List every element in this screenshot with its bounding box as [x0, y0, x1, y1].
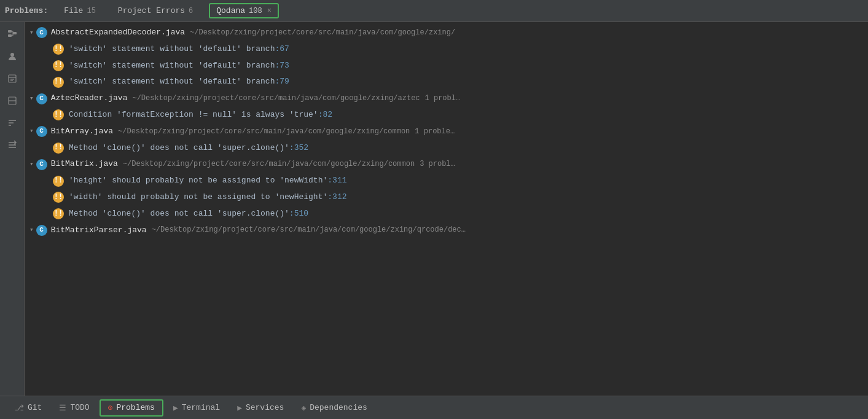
file-path: ~/Desktop/zxing/project/core/src/main/ja… — [132, 93, 420, 104]
main-area: ▾ C AbstractExpandedDecoder.java ~/Deskt… — [0, 22, 868, 396]
file-header-bit-array[interactable]: ▾ C BitArray.java ~/Desktop/zxing/projec… — [25, 123, 868, 140]
file-group-bit-array: ▾ C BitArray.java ~/Desktop/zxing/projec… — [25, 123, 868, 157]
problem-item[interactable]: !! 'height' should probably not be assig… — [25, 173, 868, 189]
tab-qodana-label: Qodana — [216, 6, 245, 15]
problem-line: :67 — [275, 43, 289, 56]
svg-rect-2 — [13, 32, 17, 34]
problem-item[interactable]: !! 'switch' statement without 'default' … — [25, 74, 868, 90]
tab-terminal-label: Terminal — [182, 403, 220, 412]
problem-text: Method 'clone()' does not call 'super.cl… — [69, 208, 289, 221]
warning-icon: !! — [53, 143, 64, 154]
problem-item[interactable]: !! Condition 'formatException != null' i… — [25, 107, 868, 123]
terminal-icon: ▶ — [173, 403, 178, 413]
problem-text: 'switch' statement without 'default' bra… — [69, 43, 275, 56]
problem-item[interactable]: !! Method 'clone()' does not call 'super… — [25, 206, 868, 222]
chevron-icon: ▾ — [29, 28, 34, 39]
problem-count: 3 probl… — [420, 159, 455, 170]
file-header-bit-matrix-parser[interactable]: ▾ C BitMatrixParser.java ~/Desktop/zxing… — [25, 222, 868, 239]
file-name: AbstractExpandedDecoder.java — [51, 26, 185, 39]
tab-qodana-close[interactable]: × — [267, 7, 272, 15]
file-path: ~/Desktop/zxing/project/core/src/main/ja… — [190, 27, 455, 39]
svg-point-6 — [10, 53, 14, 57]
problem-count: 1 probl… — [425, 93, 461, 104]
problem-item[interactable]: !! 'switch' statement without 'default' … — [25, 41, 868, 58]
warning-icon: !! — [53, 77, 64, 88]
svg-rect-1 — [8, 34, 12, 37]
problem-line: :73 — [275, 60, 289, 72]
file-group-aztec-reader: ▾ C AztecReader.java ~/Desktop/zxing/pro… — [25, 90, 868, 123]
tab-todo[interactable]: ☰ TODO — [52, 401, 96, 415]
file-path: ~/Desktop/zxing/project/core/src/main/ja… — [123, 159, 415, 170]
class-icon: C — [36, 27, 47, 38]
problem-line: :352 — [289, 142, 308, 155]
file-header-abstract-expanded-decoder[interactable]: ▾ C AbstractExpandedDecoder.java ~/Deskt… — [25, 25, 868, 41]
problem-text: 'width' should probably not be assigned … — [69, 191, 327, 204]
svg-rect-0 — [8, 30, 12, 33]
tab-project-errors[interactable]: Project Errors 6 — [112, 4, 199, 17]
file-group-bit-matrix: ▾ C BitMatrix.java ~/Desktop/zxing/proje… — [25, 156, 868, 222]
tab-problems-label: Problems — [116, 403, 154, 412]
tab-services-label: Services — [246, 403, 284, 412]
tab-dependencies[interactable]: ◈ Dependencies — [294, 401, 374, 415]
chevron-icon: ▾ — [29, 225, 34, 236]
problems-list[interactable]: ▾ C AbstractExpandedDecoder.java ~/Deskt… — [25, 22, 868, 396]
problems-label: Problems: — [5, 6, 48, 15]
problems-toolbar: Problems: File 15 Project Errors 6 Qodan… — [0, 0, 868, 22]
sort2-icon[interactable] — [4, 136, 21, 154]
warning-icon: !! — [53, 192, 64, 203]
chevron-icon: ▾ — [29, 159, 34, 170]
warning-icon: !! — [53, 109, 64, 120]
tab-terminal[interactable]: ▶ Terminal — [166, 401, 227, 415]
problem-item[interactable]: !! 'width' should probably not be assign… — [25, 189, 868, 206]
warning-icon: !! — [53, 60, 64, 71]
problem-count: 1 proble… — [415, 126, 455, 138]
class-icon: C — [36, 126, 47, 137]
sort-icon[interactable] — [4, 114, 21, 131]
tab-todo-label: TODO — [70, 403, 89, 412]
chevron-icon: ▾ — [29, 126, 34, 137]
file-name: BitArray.java — [51, 125, 113, 138]
tab-project-errors-label: Project Errors — [118, 6, 185, 15]
class-icon: C — [36, 159, 47, 170]
person-icon[interactable] — [4, 48, 21, 65]
tab-services[interactable]: ▶ Services — [230, 401, 291, 415]
problems-error-icon: ⊙ — [108, 403, 113, 413]
file-name: BitMatrix.java — [51, 158, 118, 171]
tab-git[interactable]: ⎇ Git — [7, 401, 49, 415]
git-icon: ⎇ — [15, 403, 24, 413]
todo-icon: ☰ — [59, 403, 66, 413]
problem-line: :312 — [327, 191, 346, 204]
left-sidebar — [0, 22, 25, 396]
tab-file-label: File — [64, 6, 83, 15]
tab-qodana[interactable]: Qodana 108 × — [209, 3, 279, 18]
file-name: AztecReader.java — [51, 92, 128, 105]
problem-line: :82 — [318, 109, 332, 122]
editor-icon[interactable] — [4, 70, 21, 87]
tab-dependencies-label: Dependencies — [310, 403, 367, 412]
problem-line: :311 — [327, 174, 346, 187]
hierarchy-icon[interactable] — [4, 26, 21, 43]
tab-qodana-count: 108 — [249, 7, 262, 15]
chevron-icon: ▾ — [29, 93, 34, 104]
dependencies-icon: ◈ — [301, 403, 306, 413]
panel-icon[interactable] — [4, 92, 21, 109]
file-header-aztec-reader[interactable]: ▾ C AztecReader.java ~/Desktop/zxing/pro… — [25, 90, 868, 107]
bottom-toolbar: ⎇ Git ☰ TODO ⊙ Problems ▶ Terminal ▶ Ser… — [0, 396, 868, 419]
warning-icon: !! — [53, 176, 64, 187]
warning-icon: !! — [53, 208, 64, 219]
file-group-bit-matrix-parser: ▾ C BitMatrixParser.java ~/Desktop/zxing… — [25, 222, 868, 239]
problem-item[interactable]: !! Method 'clone()' does not call 'super… — [25, 140, 868, 157]
tab-git-label: Git — [28, 403, 42, 412]
problem-item[interactable]: !! 'switch' statement without 'default' … — [25, 58, 868, 74]
problem-text: 'height' should probably not be assigned… — [69, 174, 327, 187]
warning-icon: !! — [53, 44, 64, 55]
problem-text: 'switch' statement without 'default' bra… — [69, 60, 275, 72]
services-icon: ▶ — [237, 403, 242, 413]
tab-problems[interactable]: ⊙ Problems — [100, 399, 163, 417]
file-header-bit-matrix[interactable]: ▾ C BitMatrix.java ~/Desktop/zxing/proje… — [25, 156, 868, 173]
tab-file[interactable]: File 15 — [58, 4, 102, 17]
class-icon: C — [36, 93, 47, 104]
file-group-abstract-expanded-decoder: ▾ C AbstractExpandedDecoder.java ~/Deskt… — [25, 25, 868, 90]
svg-rect-7 — [9, 75, 16, 82]
tab-project-errors-count: 6 — [189, 7, 193, 15]
